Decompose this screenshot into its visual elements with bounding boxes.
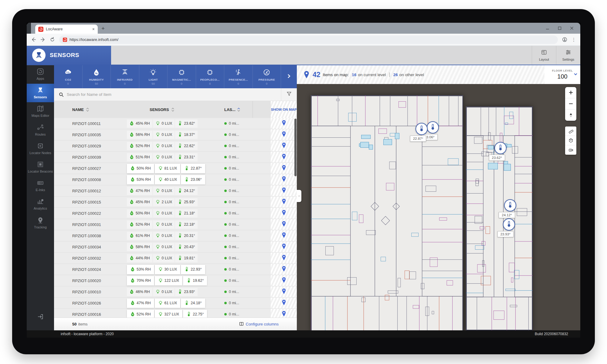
window-maximize-icon[interactable] (558, 26, 561, 31)
sidebar-item-apps[interactable]: Apps (27, 65, 54, 84)
map-sensor-marker[interactable]: 23.93° (503, 218, 515, 231)
sensor-tab-co2[interactable]: CO₂ CO2 0 (54, 65, 83, 88)
sidebar-item-beacons[interactable]: Locator Beacons (27, 158, 54, 177)
panel-collapse-handle[interactable]: ‹ › (297, 190, 301, 202)
map-sensor-marker[interactable]: 23.62° (494, 142, 507, 154)
show-on-map-button[interactable] (271, 140, 297, 151)
table-scrollbar[interactable] (294, 119, 297, 176)
settings-button[interactable]: Settings (556, 46, 580, 65)
sidebar-item-nodes[interactable]: Locator Nodes (27, 140, 54, 158)
show-on-map-button[interactable] (271, 174, 297, 185)
logout-button[interactable] (27, 313, 54, 330)
row-name: RPZIOT-100032 (54, 256, 127, 261)
show-on-map-button[interactable] (271, 219, 297, 230)
table-row[interactable]: RPZIOT-100034 %58% RH 0 LUX 20.43° 0 mi.… (54, 241, 297, 253)
sensor-tab-presence[interactable]: PRESENCE... 0 (224, 65, 253, 88)
sidebar-item-sensors[interactable]: Sensors (27, 84, 54, 102)
sensor-tab-light[interactable]: LIGHT 50 (139, 65, 168, 88)
forward-icon[interactable] (40, 37, 46, 42)
profile-icon[interactable] (562, 37, 567, 42)
table-row[interactable]: RPZIOT-100020 %70% RH 122 LUX 19.62° 0 m… (54, 275, 297, 286)
sidebar-item-analytics[interactable]: Analytics (27, 195, 54, 214)
table-row[interactable]: RPZIOT-100008 %53% RH 40 LUX 23.06° 0 mi… (54, 174, 297, 185)
zoom-out-button[interactable] (565, 98, 576, 110)
sidebar-item-maps[interactable]: Maps Editor (27, 102, 54, 121)
search-input[interactable] (67, 92, 281, 97)
chevron-down-icon (574, 72, 578, 77)
table-row[interactable]: RPZIOT-100010 %46% RH 0 LUX 23.93° 0 mi.… (54, 286, 297, 298)
show-on-map-button[interactable] (271, 118, 297, 129)
sensor-tab-pressure[interactable]: PRESSURE 0 (253, 65, 281, 88)
show-on-map-button[interactable] (271, 163, 297, 174)
tab-close-icon[interactable]: × (92, 27, 95, 32)
sensor-tabs-next-button[interactable] (281, 65, 297, 88)
sensor-tab-infrared[interactable]: INFRARED 0 (111, 65, 139, 88)
show-on-map-button[interactable] (271, 275, 297, 286)
compass-button[interactable] (565, 110, 576, 121)
sidebar-item-routes[interactable]: Routes (27, 121, 54, 140)
show-on-map-button[interactable] (271, 152, 297, 163)
sensor-tab-peopleco[interactable]: PEOPLECO... 0 (196, 65, 225, 88)
column-header-last-seen[interactable]: LAS... (218, 101, 253, 118)
address-bar[interactable]: https://locaware.infsoft.com/ (59, 35, 558, 44)
map-sensor-marker[interactable]: 23.06° (427, 121, 439, 133)
new-tab-button[interactable]: + (101, 25, 105, 32)
table-row[interactable]: RPZIOT-100026 %47% RH 61 LUX 24.18° 0 mi… (54, 298, 297, 309)
table-row[interactable]: RPZIOT-100031 %52% RH 0 LUX 22.18° 0 mi.… (54, 219, 297, 230)
table-row[interactable]: RPZIOT-100022 %50% RH 0 LUX 21.18° 0 mi.… (54, 208, 297, 219)
show-on-map-button[interactable] (271, 298, 297, 308)
sidebar-item-tracking[interactable]: Tracking (27, 214, 54, 232)
back-icon[interactable] (31, 37, 36, 42)
floorplan-sheet-left (311, 95, 463, 330)
reload-icon[interactable] (50, 37, 55, 42)
floorplan-map[interactable]: ‹ › 23.06° 22.87° 23.62° 24.12° 23.93° (297, 84, 580, 330)
show-on-map-button[interactable] (271, 185, 297, 196)
table-row[interactable]: RPZIOT-100012 %47% RH 0 LUX 24.12° 0 mi.… (54, 185, 297, 197)
view-3d-button[interactable] (565, 136, 576, 145)
table-row[interactable]: RPZIOT-100011 %45% RH 0 LUX 23.62° 0 mi.… (54, 118, 297, 129)
browser-tab[interactable]: LocAware × (35, 25, 98, 34)
map-pin-icon (282, 243, 286, 251)
map-sensor-marker[interactable]: 24.12° (504, 199, 516, 211)
table-row[interactable]: RPZIOT-100027 %50% RH 81 LUX 22.87° 0 mi… (54, 163, 297, 174)
sensor-tab-label: INFRARED (117, 78, 133, 81)
table-row[interactable]: RPZIOT-100035 %56% RH 0 LUX 18.37° 0 mi.… (54, 129, 297, 140)
show-on-map-button[interactable] (271, 286, 297, 297)
filter-button[interactable] (281, 88, 297, 101)
window-minimize-icon[interactable] (546, 26, 549, 31)
browser-menu-icon[interactable]: ⋮ (571, 37, 576, 42)
sidebar-item-einks[interactable]: E-Inks (27, 177, 54, 195)
column-header-sensors[interactable]: SENSORS (127, 107, 218, 112)
camera-button[interactable] (565, 145, 576, 155)
column-header-name[interactable]: NAME (54, 107, 127, 112)
humidity-drop-icon: % (130, 300, 135, 306)
map-sensor-marker[interactable]: 22.87° (415, 123, 428, 135)
online-status-dot (224, 279, 227, 282)
show-on-map-button[interactable] (271, 241, 297, 252)
table-row[interactable]: RPZIOT-100032 %44% RH 0 LUX 19.81° 0 mi.… (54, 253, 297, 264)
show-on-map-button[interactable] (271, 230, 297, 241)
table-row[interactable]: RPZIOT-100029 %52% RH 0 LUX 22.62° 0 mi.… (54, 140, 297, 152)
show-on-map-button[interactable] (271, 129, 297, 140)
show-on-map-button[interactable] (271, 264, 297, 275)
zoom-in-button[interactable] (565, 87, 576, 98)
layout-button[interactable]: Layout (532, 46, 556, 65)
sensor-tab-magnetic[interactable]: MAGNETIC... 0 (168, 65, 196, 88)
map-pin-icon (282, 176, 286, 183)
configure-columns-button[interactable]: Configure columns (239, 322, 279, 327)
humidity-icon: % (93, 69, 100, 77)
show-on-map-button[interactable] (271, 253, 297, 264)
table-row[interactable]: RPZIOT-100024 %53% RH 30 LUX 22.93° 0 mi… (54, 264, 297, 275)
floor-level-selector[interactable]: FLOOR LEVEL 100 (544, 65, 580, 84)
measure-ruler-button[interactable] (565, 126, 576, 136)
table-row[interactable]: RPZIOT-100016 %52% RH 327 LUX 22.75° 0 m… (54, 309, 297, 318)
table-row[interactable]: RPZIOT-100038 %61% RH 0 LUX 20.31° 0 mi.… (54, 230, 297, 241)
window-close-icon[interactable] (570, 26, 574, 31)
show-on-map-button[interactable] (271, 197, 297, 207)
table-row[interactable]: RPZIOT-100039 %51% RH 0 LUX 23.31° 0 mi.… (54, 152, 297, 163)
table-row[interactable]: RPZIOT-100015 %45% RH 2 LUX 25.93° 0 mi.… (54, 197, 297, 208)
sensor-tab-humidity[interactable]: % HUMIDITY 50 (83, 65, 111, 88)
show-on-map-button[interactable] (271, 208, 297, 219)
show-on-map-button[interactable] (271, 309, 297, 318)
light-bulb-icon (155, 154, 160, 160)
